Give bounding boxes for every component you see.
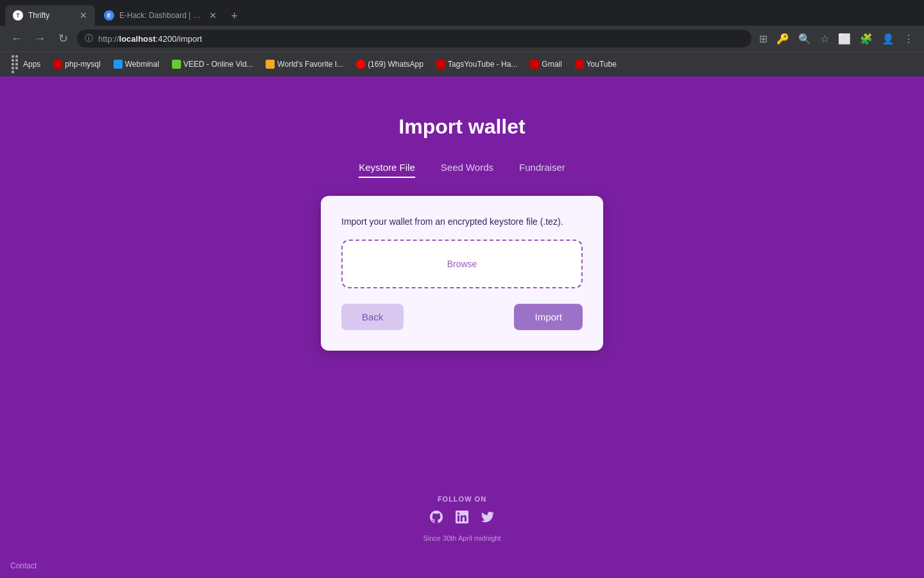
url-port: :4200 bbox=[156, 34, 177, 44]
since-text: Since 30th April midnight bbox=[423, 534, 501, 542]
window-icon[interactable]: ⬜ bbox=[835, 30, 853, 48]
address-bar[interactable]: ⓘ http://localhost:4200/import bbox=[77, 30, 751, 48]
php-mysql-label: php-mysql bbox=[65, 60, 100, 69]
extensions-icon[interactable]: 🧩 bbox=[857, 30, 875, 48]
webminal-label: Webminal bbox=[125, 60, 159, 69]
bookmark-apps[interactable]: Apps bbox=[8, 54, 44, 74]
worlds-icon bbox=[266, 60, 275, 69]
tab-bar: T Thrifty ✕ E E-Hack: Dashboard | Devfol… bbox=[0, 0, 924, 26]
veed-icon bbox=[172, 60, 181, 69]
new-tab-button[interactable]: + bbox=[226, 7, 243, 26]
tagsyoutube-label: TagsYouTube - Ha... bbox=[448, 60, 518, 69]
contact-link[interactable]: Contact bbox=[10, 561, 37, 570]
bookmark-whatsapp[interactable]: (169) WhatsApp bbox=[352, 58, 427, 70]
tab-thrifty[interactable]: T Thrifty ✕ bbox=[5, 5, 95, 26]
back-button[interactable]: Back bbox=[341, 304, 404, 330]
card-actions: Back Import bbox=[341, 304, 583, 330]
tab-devfolio[interactable]: E E-Hack: Dashboard | Devfolio ✕ bbox=[96, 5, 225, 26]
bookmark-worlds-favorite[interactable]: World's Favorite I... bbox=[262, 58, 347, 70]
bookmark-tags-youtube[interactable]: TagsYouTube - Ha... bbox=[432, 58, 522, 70]
gmail-icon bbox=[530, 60, 539, 69]
account-icon[interactable]: ⊞ bbox=[757, 30, 770, 48]
bookmark-veed[interactable]: VEED - Online Vid... bbox=[168, 58, 257, 70]
gmail-label: Gmail bbox=[542, 60, 561, 69]
footer: FOLLOW ON Since 30th April midnight bbox=[410, 469, 513, 552]
browser-chrome: T Thrifty ✕ E E-Hack: Dashboard | Devfol… bbox=[0, 0, 924, 76]
search-icon[interactable]: 🔍 bbox=[796, 30, 814, 48]
address-text: http://localhost:4200/import bbox=[98, 34, 202, 44]
key-icon[interactable]: 🔑 bbox=[774, 30, 792, 48]
tab-devfolio-close[interactable]: ✕ bbox=[209, 10, 217, 21]
bookmark-gmail[interactable]: Gmail bbox=[526, 58, 565, 70]
url-prefix: http:// bbox=[98, 34, 119, 44]
devfolio-favicon: E bbox=[104, 10, 114, 21]
refresh-button[interactable]: ↻ bbox=[54, 30, 72, 48]
import-card: Import your wallet from an encrypted key… bbox=[321, 196, 603, 351]
profile-icon[interactable]: 👤 bbox=[879, 30, 897, 48]
bookmark-youtube[interactable]: YouTube bbox=[571, 58, 620, 70]
tab-thrifty-title: Thrifty bbox=[28, 11, 74, 20]
apps-grid-icon bbox=[12, 55, 21, 73]
bookmark-webminal[interactable]: Webminal bbox=[110, 58, 163, 70]
worlds-label: World's Favorite I... bbox=[277, 60, 343, 69]
webminal-icon bbox=[114, 60, 123, 69]
menu-icon[interactable]: ⋮ bbox=[901, 30, 916, 48]
php-mysql-icon bbox=[53, 60, 62, 69]
tab-thrifty-close[interactable]: ✕ bbox=[80, 10, 87, 21]
browse-area[interactable]: Browse bbox=[341, 240, 583, 288]
page-title: Import wallet bbox=[398, 115, 525, 139]
tagsyoutube-icon bbox=[436, 60, 445, 69]
thrifty-favicon: T bbox=[13, 10, 23, 21]
linkedin-icon[interactable] bbox=[456, 511, 468, 527]
url-host: localhost bbox=[119, 34, 156, 44]
whatsapp-icon bbox=[356, 60, 365, 69]
url-path: /import bbox=[176, 34, 202, 44]
youtube-icon bbox=[575, 60, 584, 69]
social-icons bbox=[430, 511, 494, 527]
page-content: Import wallet Keystore File Seed Words F… bbox=[0, 76, 924, 578]
back-button[interactable]: ← bbox=[8, 30, 26, 48]
tab-devfolio-title: E-Hack: Dashboard | Devfolio bbox=[119, 11, 204, 20]
apps-label: Apps bbox=[23, 60, 40, 69]
bookmarks-bar: Apps php-mysql Webminal VEED - Online Vi… bbox=[0, 51, 924, 76]
bookmark-php-mysql[interactable]: php-mysql bbox=[49, 58, 104, 70]
twitter-icon[interactable] bbox=[481, 511, 494, 527]
navigation-bar: ← → ↻ ⓘ http://localhost:4200/import ⊞ 🔑… bbox=[0, 26, 924, 51]
browse-link[interactable]: Browse bbox=[447, 259, 477, 269]
tab-keystore-file[interactable]: Keystore File bbox=[359, 162, 415, 178]
tab-fundraiser[interactable]: Fundraiser bbox=[519, 162, 565, 178]
youtube-label: YouTube bbox=[586, 60, 617, 69]
security-icon: ⓘ bbox=[85, 33, 93, 44]
card-description: Import your wallet from an encrypted key… bbox=[341, 216, 583, 227]
whatsapp-label: (169) WhatsApp bbox=[368, 60, 424, 69]
github-icon[interactable] bbox=[430, 511, 443, 527]
tab-seed-words[interactable]: Seed Words bbox=[441, 162, 493, 178]
nav-icons: ⊞ 🔑 🔍 ☆ ⬜ 🧩 👤 ⋮ bbox=[757, 30, 916, 48]
veed-label: VEED - Online Vid... bbox=[184, 60, 253, 69]
bookmark-star-icon[interactable]: ☆ bbox=[817, 30, 832, 48]
import-tabs: Keystore File Seed Words Fundraiser bbox=[359, 162, 565, 178]
forward-button[interactable]: → bbox=[31, 30, 49, 48]
follow-label: FOLLOW ON bbox=[438, 495, 486, 503]
import-button[interactable]: Import bbox=[514, 304, 583, 330]
